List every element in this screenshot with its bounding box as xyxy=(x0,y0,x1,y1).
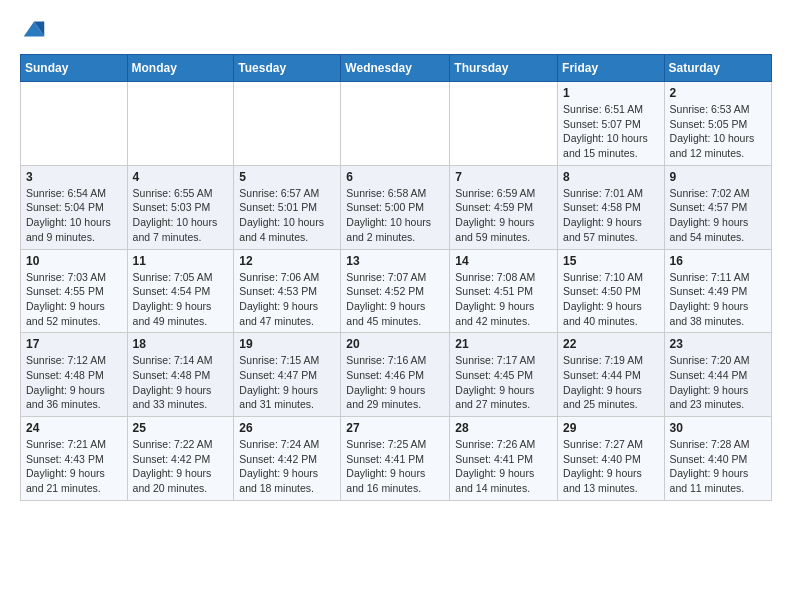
day-number: 20 xyxy=(346,337,444,351)
day-number: 22 xyxy=(563,337,659,351)
calendar-day-cell: 13Sunrise: 7:07 AMSunset: 4:52 PMDayligh… xyxy=(341,249,450,333)
calendar-day-cell: 15Sunrise: 7:10 AMSunset: 4:50 PMDayligh… xyxy=(558,249,665,333)
day-info: Sunrise: 6:55 AMSunset: 5:03 PMDaylight:… xyxy=(133,186,229,245)
calendar-day-cell: 26Sunrise: 7:24 AMSunset: 4:42 PMDayligh… xyxy=(234,417,341,501)
day-number: 8 xyxy=(563,170,659,184)
day-info: Sunrise: 7:05 AMSunset: 4:54 PMDaylight:… xyxy=(133,270,229,329)
day-number: 1 xyxy=(563,86,659,100)
calendar-day-cell: 19Sunrise: 7:15 AMSunset: 4:47 PMDayligh… xyxy=(234,333,341,417)
day-info: Sunrise: 7:21 AMSunset: 4:43 PMDaylight:… xyxy=(26,437,122,496)
day-of-week-header: Friday xyxy=(558,55,665,82)
day-info: Sunrise: 7:01 AMSunset: 4:58 PMDaylight:… xyxy=(563,186,659,245)
day-info: Sunrise: 6:51 AMSunset: 5:07 PMDaylight:… xyxy=(563,102,659,161)
calendar-day-cell: 28Sunrise: 7:26 AMSunset: 4:41 PMDayligh… xyxy=(450,417,558,501)
calendar-week-row: 3Sunrise: 6:54 AMSunset: 5:04 PMDaylight… xyxy=(21,165,772,249)
day-of-week-header: Tuesday xyxy=(234,55,341,82)
calendar-day-cell xyxy=(341,82,450,166)
calendar-day-cell: 1Sunrise: 6:51 AMSunset: 5:07 PMDaylight… xyxy=(558,82,665,166)
day-info: Sunrise: 7:26 AMSunset: 4:41 PMDaylight:… xyxy=(455,437,552,496)
day-number: 24 xyxy=(26,421,122,435)
day-info: Sunrise: 6:53 AMSunset: 5:05 PMDaylight:… xyxy=(670,102,766,161)
calendar-day-cell: 21Sunrise: 7:17 AMSunset: 4:45 PMDayligh… xyxy=(450,333,558,417)
day-number: 16 xyxy=(670,254,766,268)
day-number: 12 xyxy=(239,254,335,268)
day-info: Sunrise: 7:08 AMSunset: 4:51 PMDaylight:… xyxy=(455,270,552,329)
day-number: 10 xyxy=(26,254,122,268)
calendar-day-cell: 11Sunrise: 7:05 AMSunset: 4:54 PMDayligh… xyxy=(127,249,234,333)
day-info: Sunrise: 7:20 AMSunset: 4:44 PMDaylight:… xyxy=(670,353,766,412)
day-of-week-header: Saturday xyxy=(664,55,771,82)
day-info: Sunrise: 7:22 AMSunset: 4:42 PMDaylight:… xyxy=(133,437,229,496)
day-info: Sunrise: 7:06 AMSunset: 4:53 PMDaylight:… xyxy=(239,270,335,329)
day-info: Sunrise: 7:28 AMSunset: 4:40 PMDaylight:… xyxy=(670,437,766,496)
day-of-week-header: Thursday xyxy=(450,55,558,82)
day-number: 6 xyxy=(346,170,444,184)
day-number: 17 xyxy=(26,337,122,351)
day-of-week-header: Wednesday xyxy=(341,55,450,82)
calendar-week-row: 24Sunrise: 7:21 AMSunset: 4:43 PMDayligh… xyxy=(21,417,772,501)
day-info: Sunrise: 7:25 AMSunset: 4:41 PMDaylight:… xyxy=(346,437,444,496)
calendar-day-cell xyxy=(450,82,558,166)
calendar-table: SundayMondayTuesdayWednesdayThursdayFrid… xyxy=(20,54,772,501)
calendar-day-cell xyxy=(234,82,341,166)
calendar-day-cell: 20Sunrise: 7:16 AMSunset: 4:46 PMDayligh… xyxy=(341,333,450,417)
calendar-day-cell: 12Sunrise: 7:06 AMSunset: 4:53 PMDayligh… xyxy=(234,249,341,333)
calendar-day-cell: 23Sunrise: 7:20 AMSunset: 4:44 PMDayligh… xyxy=(664,333,771,417)
calendar-day-cell: 22Sunrise: 7:19 AMSunset: 4:44 PMDayligh… xyxy=(558,333,665,417)
day-info: Sunrise: 6:57 AMSunset: 5:01 PMDaylight:… xyxy=(239,186,335,245)
calendar-day-cell: 6Sunrise: 6:58 AMSunset: 5:00 PMDaylight… xyxy=(341,165,450,249)
calendar-day-cell: 10Sunrise: 7:03 AMSunset: 4:55 PMDayligh… xyxy=(21,249,128,333)
day-of-week-header: Sunday xyxy=(21,55,128,82)
calendar-day-cell: 14Sunrise: 7:08 AMSunset: 4:51 PMDayligh… xyxy=(450,249,558,333)
page-header xyxy=(20,16,772,44)
day-number: 11 xyxy=(133,254,229,268)
day-number: 5 xyxy=(239,170,335,184)
day-of-week-header: Monday xyxy=(127,55,234,82)
logo xyxy=(20,16,52,44)
day-number: 9 xyxy=(670,170,766,184)
day-number: 4 xyxy=(133,170,229,184)
calendar-day-cell: 29Sunrise: 7:27 AMSunset: 4:40 PMDayligh… xyxy=(558,417,665,501)
day-info: Sunrise: 7:12 AMSunset: 4:48 PMDaylight:… xyxy=(26,353,122,412)
day-info: Sunrise: 6:54 AMSunset: 5:04 PMDaylight:… xyxy=(26,186,122,245)
calendar-day-cell: 3Sunrise: 6:54 AMSunset: 5:04 PMDaylight… xyxy=(21,165,128,249)
day-number: 19 xyxy=(239,337,335,351)
day-info: Sunrise: 7:24 AMSunset: 4:42 PMDaylight:… xyxy=(239,437,335,496)
day-number: 7 xyxy=(455,170,552,184)
day-number: 29 xyxy=(563,421,659,435)
day-info: Sunrise: 7:02 AMSunset: 4:57 PMDaylight:… xyxy=(670,186,766,245)
day-number: 18 xyxy=(133,337,229,351)
calendar-day-cell: 17Sunrise: 7:12 AMSunset: 4:48 PMDayligh… xyxy=(21,333,128,417)
calendar-day-cell: 2Sunrise: 6:53 AMSunset: 5:05 PMDaylight… xyxy=(664,82,771,166)
calendar-week-row: 10Sunrise: 7:03 AMSunset: 4:55 PMDayligh… xyxy=(21,249,772,333)
day-info: Sunrise: 7:07 AMSunset: 4:52 PMDaylight:… xyxy=(346,270,444,329)
calendar-week-row: 1Sunrise: 6:51 AMSunset: 5:07 PMDaylight… xyxy=(21,82,772,166)
day-number: 30 xyxy=(670,421,766,435)
day-info: Sunrise: 7:17 AMSunset: 4:45 PMDaylight:… xyxy=(455,353,552,412)
calendar-day-cell: 9Sunrise: 7:02 AMSunset: 4:57 PMDaylight… xyxy=(664,165,771,249)
calendar-day-cell: 5Sunrise: 6:57 AMSunset: 5:01 PMDaylight… xyxy=(234,165,341,249)
day-info: Sunrise: 7:15 AMSunset: 4:47 PMDaylight:… xyxy=(239,353,335,412)
day-number: 23 xyxy=(670,337,766,351)
day-info: Sunrise: 6:58 AMSunset: 5:00 PMDaylight:… xyxy=(346,186,444,245)
calendar-day-cell: 4Sunrise: 6:55 AMSunset: 5:03 PMDaylight… xyxy=(127,165,234,249)
day-number: 28 xyxy=(455,421,552,435)
day-info: Sunrise: 7:16 AMSunset: 4:46 PMDaylight:… xyxy=(346,353,444,412)
day-info: Sunrise: 7:27 AMSunset: 4:40 PMDaylight:… xyxy=(563,437,659,496)
day-number: 25 xyxy=(133,421,229,435)
calendar-day-cell: 25Sunrise: 7:22 AMSunset: 4:42 PMDayligh… xyxy=(127,417,234,501)
calendar-day-cell: 30Sunrise: 7:28 AMSunset: 4:40 PMDayligh… xyxy=(664,417,771,501)
day-number: 27 xyxy=(346,421,444,435)
logo-icon xyxy=(20,16,48,44)
calendar-day-cell: 8Sunrise: 7:01 AMSunset: 4:58 PMDaylight… xyxy=(558,165,665,249)
calendar-day-cell: 18Sunrise: 7:14 AMSunset: 4:48 PMDayligh… xyxy=(127,333,234,417)
day-number: 15 xyxy=(563,254,659,268)
day-info: Sunrise: 7:14 AMSunset: 4:48 PMDaylight:… xyxy=(133,353,229,412)
day-number: 2 xyxy=(670,86,766,100)
calendar-day-cell: 16Sunrise: 7:11 AMSunset: 4:49 PMDayligh… xyxy=(664,249,771,333)
day-info: Sunrise: 6:59 AMSunset: 4:59 PMDaylight:… xyxy=(455,186,552,245)
day-info: Sunrise: 7:10 AMSunset: 4:50 PMDaylight:… xyxy=(563,270,659,329)
day-info: Sunrise: 7:11 AMSunset: 4:49 PMDaylight:… xyxy=(670,270,766,329)
day-number: 14 xyxy=(455,254,552,268)
day-number: 26 xyxy=(239,421,335,435)
